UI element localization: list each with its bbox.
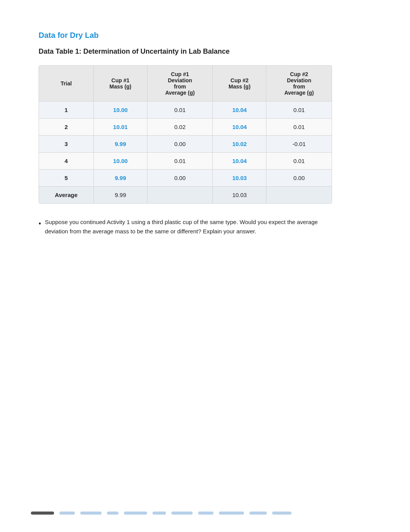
bullet-item: • Suppose you continued Activity 1 using… bbox=[39, 218, 332, 236]
cell-avg-label: Average bbox=[39, 187, 94, 204]
cell-cup1-mass: 9.99 bbox=[93, 136, 147, 153]
data-table-wrapper: Trial Cup #1Mass (g) Cup #1Deviationfrom… bbox=[39, 65, 371, 204]
cell-avg-cup1-dev bbox=[147, 187, 213, 204]
cell-cup1-dev: 0.01 bbox=[147, 153, 213, 170]
bullet-section: • Suppose you continued Activity 1 using… bbox=[39, 218, 332, 236]
cell-trial: 3 bbox=[39, 136, 94, 153]
bottom-bar-seg-3 bbox=[80, 512, 102, 515]
col-header-cup1-dev: Cup #1DeviationfromAverage (g) bbox=[147, 66, 213, 102]
cell-cup1-mass: 10.00 bbox=[93, 153, 147, 170]
cell-cup2-mass: 10.04 bbox=[213, 119, 266, 136]
cell-avg-cup2-dev bbox=[266, 187, 332, 204]
bottom-bar-seg-10 bbox=[249, 512, 267, 515]
cell-cup2-dev: 0.00 bbox=[266, 170, 332, 187]
table-row: 4 10.00 0.01 10.04 0.01 bbox=[39, 153, 332, 170]
cell-trial: 1 bbox=[39, 102, 94, 119]
cell-cup1-dev: 0.00 bbox=[147, 136, 213, 153]
table-row: 5 9.99 0.00 10.03 0.00 bbox=[39, 170, 332, 187]
table-row: 3 9.99 0.00 10.02 -0.01 bbox=[39, 136, 332, 153]
bottom-bar-seg-1 bbox=[31, 512, 54, 515]
bottom-bar-seg-9 bbox=[219, 512, 244, 515]
bullet-dot: • bbox=[39, 219, 41, 229]
bottom-bar bbox=[31, 510, 379, 517]
cell-trial: 4 bbox=[39, 153, 94, 170]
table-row: 1 10.00 0.01 10.04 0.01 bbox=[39, 102, 332, 119]
table-title: Data Table 1: Determination of Uncertain… bbox=[39, 47, 371, 56]
cell-avg-cup1-mass: 9.99 bbox=[93, 187, 147, 204]
cell-avg-cup2-mass: 10.03 bbox=[213, 187, 266, 204]
bottom-bar-seg-7 bbox=[171, 512, 193, 515]
table-average-row: Average 9.99 10.03 bbox=[39, 187, 332, 204]
cell-cup1-mass: 10.01 bbox=[93, 119, 147, 136]
bottom-bar-seg-6 bbox=[152, 512, 166, 515]
bottom-bar-seg-4 bbox=[107, 512, 119, 515]
bullet-text: Suppose you continued Activity 1 using a… bbox=[45, 218, 332, 236]
cell-trial: 5 bbox=[39, 170, 94, 187]
cell-cup2-mass: 10.04 bbox=[213, 102, 266, 119]
cell-cup2-mass: 10.02 bbox=[213, 136, 266, 153]
cell-cup2-mass: 10.03 bbox=[213, 170, 266, 187]
page-title: Data for Dry Lab bbox=[39, 31, 371, 40]
cell-cup2-dev: -0.01 bbox=[266, 136, 332, 153]
table-row: 2 10.01 0.02 10.04 0.01 bbox=[39, 119, 332, 136]
bottom-bar-seg-11 bbox=[272, 512, 291, 515]
cell-cup1-dev: 0.02 bbox=[147, 119, 213, 136]
cell-cup1-dev: 0.01 bbox=[147, 102, 213, 119]
data-table: Trial Cup #1Mass (g) Cup #1Deviationfrom… bbox=[39, 65, 332, 204]
bottom-bar-seg-2 bbox=[59, 512, 75, 515]
cell-cup1-mass: 10.00 bbox=[93, 102, 147, 119]
cell-cup2-dev: 0.01 bbox=[266, 102, 332, 119]
cell-cup1-mass: 9.99 bbox=[93, 170, 147, 187]
cell-trial: 2 bbox=[39, 119, 94, 136]
cell-cup2-dev: 0.01 bbox=[266, 119, 332, 136]
col-header-cup2-mass: Cup #2Mass (g) bbox=[213, 66, 266, 102]
bottom-bar-seg-8 bbox=[198, 512, 213, 515]
col-header-cup2-dev: Cup #2DeviationfromAverage (g) bbox=[266, 66, 332, 102]
bottom-bar-seg-5 bbox=[124, 512, 147, 515]
cell-cup2-mass: 10.04 bbox=[213, 153, 266, 170]
col-header-trial: Trial bbox=[39, 66, 94, 102]
cell-cup1-dev: 0.00 bbox=[147, 170, 213, 187]
col-header-cup1-mass: Cup #1Mass (g) bbox=[93, 66, 147, 102]
cell-cup2-dev: 0.01 bbox=[266, 153, 332, 170]
